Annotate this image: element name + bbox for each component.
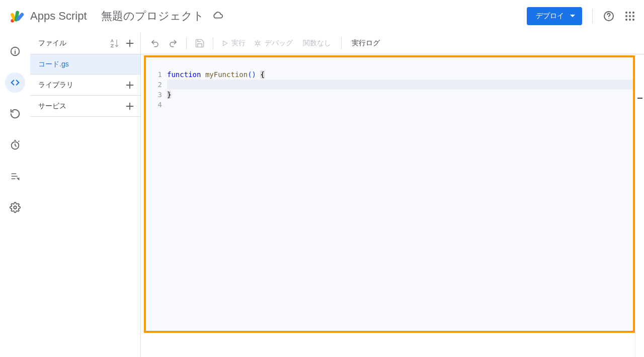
add-library-icon[interactable] (124, 80, 135, 91)
side-panel: ファイル コード.gs ライブラリ サービス (30, 32, 141, 357)
rail-triggers-icon[interactable] (5, 104, 25, 124)
svg-point-5 (608, 18, 609, 19)
deploy-button[interactable]: デプロイ (527, 7, 582, 25)
chevron-down-icon (570, 15, 575, 17)
svg-line-40 (259, 41, 260, 42)
svg-line-38 (259, 44, 260, 45)
svg-line-37 (255, 41, 256, 42)
exec-log-button[interactable]: 実行ログ (347, 39, 385, 48)
files-heading-label: ファイル (38, 39, 66, 48)
run-button[interactable]: 実行 (218, 35, 249, 51)
svg-point-13 (629, 19, 631, 21)
svg-point-12 (625, 19, 627, 21)
run-label: 実行 (231, 39, 246, 48)
exec-log-label: 実行ログ (352, 39, 380, 47)
svg-point-16 (15, 49, 15, 50)
gutter-line: 2 (146, 80, 162, 90)
product-name: Apps Script (30, 10, 87, 23)
rail-execlist-icon[interactable] (5, 166, 25, 186)
code-lines[interactable]: function myFunction() { } (167, 57, 633, 331)
debug-button[interactable]: デバッグ (251, 35, 296, 51)
svg-line-20 (15, 146, 17, 147)
libraries-row[interactable]: ライブラリ (30, 75, 140, 96)
divider (213, 37, 213, 49)
code-line[interactable]: } (167, 90, 633, 100)
services-row[interactable]: サービス (30, 96, 140, 117)
rail-executions-icon[interactable] (5, 135, 25, 155)
divider (592, 9, 593, 23)
rail-overview-icon[interactable] (5, 41, 25, 61)
add-service-icon[interactable] (124, 101, 135, 112)
apps-grid-icon[interactable] (624, 10, 636, 22)
svg-point-34 (256, 42, 259, 44)
divider (341, 37, 342, 49)
current-line-highlight (167, 80, 633, 90)
svg-point-9 (625, 15, 627, 17)
divider (186, 37, 187, 49)
services-label: サービス (38, 102, 66, 111)
svg-point-10 (629, 15, 631, 17)
app-header: Apps Script 無題のプロジェクト デプロイ (0, 0, 644, 32)
left-rail (0, 32, 30, 357)
editor-toolbar: 実行 デバッグ 関数なし 実行ログ (141, 32, 644, 54)
save-button[interactable] (192, 35, 208, 51)
svg-point-11 (632, 15, 634, 17)
add-file-icon[interactable] (124, 38, 135, 49)
debug-label: デバッグ (265, 39, 293, 48)
gutter-line: 4 (146, 100, 162, 110)
redo-button[interactable] (165, 35, 181, 51)
file-item-label: コード.gs (38, 60, 69, 69)
rail-settings-icon[interactable] (5, 197, 25, 218)
svg-line-39 (255, 44, 256, 45)
svg-point-7 (629, 12, 631, 14)
minimap[interactable] (635, 57, 644, 357)
code-line[interactable] (167, 100, 633, 110)
code-editor[interactable]: 1 2 3 4 function myFunction() { } (146, 57, 633, 331)
svg-point-8 (632, 12, 634, 14)
function-select[interactable]: 関数なし (298, 39, 336, 48)
undo-button[interactable] (147, 35, 163, 51)
cloud-status-icon[interactable] (212, 11, 223, 22)
sort-az-icon[interactable] (109, 38, 119, 48)
files-header: ファイル (30, 32, 140, 54)
line-gutter: 1 2 3 4 (146, 57, 167, 331)
deploy-button-label: デプロイ (536, 12, 564, 21)
apps-script-logo-icon (8, 7, 26, 25)
editor-area: 実行 デバッグ 関数なし 実行ログ 1 2 3 4 (141, 32, 644, 357)
file-item-code[interactable]: コード.gs (30, 54, 140, 75)
libraries-label: ライブラリ (38, 81, 73, 90)
gutter-line: 1 (146, 69, 162, 80)
help-icon[interactable] (603, 10, 615, 22)
code-line[interactable]: function myFunction() { (167, 69, 633, 80)
svg-line-22 (18, 141, 19, 142)
svg-marker-33 (223, 41, 227, 45)
function-select-label: 関数なし (303, 39, 331, 47)
svg-point-6 (625, 12, 627, 14)
rail-editor-icon[interactable] (5, 73, 25, 93)
svg-point-26 (14, 206, 17, 209)
gutter-line: 3 (146, 90, 162, 100)
project-name[interactable]: 無題のプロジェクト (101, 9, 204, 24)
svg-point-14 (632, 19, 634, 21)
